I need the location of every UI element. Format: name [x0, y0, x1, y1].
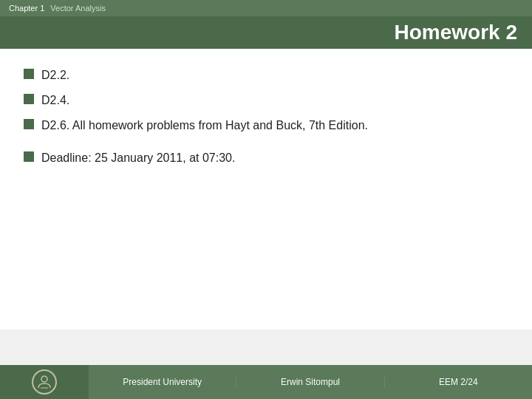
page-title: Homework 2 — [395, 21, 518, 44]
bullet-icon — [24, 69, 34, 79]
list-item: D2.2. — [24, 66, 508, 84]
main-content: D2.2. D2.4. D2.6. All homework problems … — [0, 49, 532, 330]
bullet-text: D2.2. — [41, 66, 69, 84]
deadline-text: Deadline: 25 January 2011, at 07:30. — [41, 149, 235, 167]
footer-author: Erwin Sitompul — [236, 377, 384, 387]
list-item: Deadline: 25 January 2011, at 07:30. — [24, 149, 508, 167]
footer-slide: EEM 2/24 — [385, 377, 532, 387]
footer-columns: President University Erwin Sitompul EEM … — [89, 377, 532, 387]
bullet-icon — [24, 94, 34, 104]
svg-point-0 — [41, 376, 47, 382]
footer-university: President University — [89, 377, 236, 387]
list-item: D2.6. All homework problems from Hayt an… — [24, 117, 508, 134]
list-item: D2.4. — [24, 92, 508, 109]
bullet-icon — [24, 119, 34, 129]
title-bar: Homework 2 — [0, 16, 532, 49]
university-logo — [32, 369, 57, 395]
bullet-text: D2.4. — [41, 92, 69, 109]
footer: President University Erwin Sitompul EEM … — [0, 365, 532, 399]
chapter-label: Chapter 1 — [9, 4, 44, 13]
bullet-icon — [24, 151, 34, 162]
deadline-section: Deadline: 25 January 2011, at 07:30. — [24, 149, 508, 167]
top-bar: Chapter 1 Vector Analysis — [0, 0, 532, 16]
bullet-text: D2.6. All homework problems from Hayt an… — [41, 117, 368, 134]
footer-logo — [0, 365, 89, 399]
topic-label: Vector Analysis — [50, 4, 106, 13]
